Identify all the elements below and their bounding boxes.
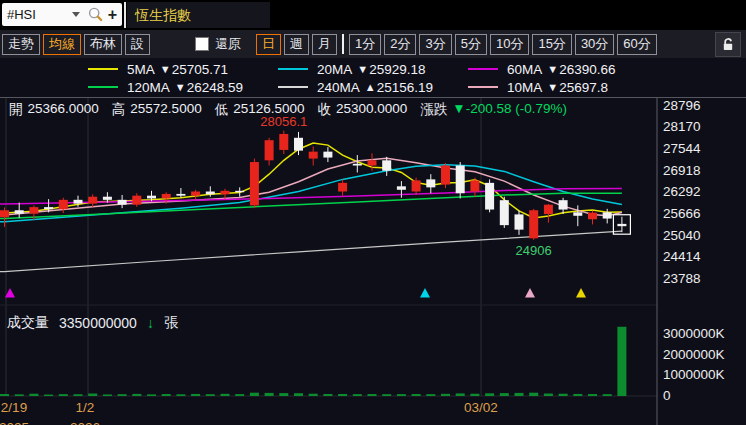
minute-button-5[interactable]: 15分 <box>532 34 571 55</box>
volume-bar <box>500 393 509 396</box>
symbol-combo[interactable]: #HSI + <box>2 3 122 26</box>
date-label: 2/19 <box>1 400 27 415</box>
legend-swatch <box>468 68 498 70</box>
price-axis-label: 28796 <box>663 98 701 113</box>
candle <box>294 138 303 151</box>
minute-button-6[interactable]: 30分 <box>575 34 614 55</box>
candle <box>74 200 83 204</box>
legend-item-20ma: 20MA▼25929.18 <box>278 61 425 77</box>
candle <box>88 197 97 204</box>
period-button-1[interactable]: 週 <box>284 34 309 55</box>
candle <box>529 210 538 238</box>
legend-value: 25705.71 <box>172 62 228 77</box>
candle <box>603 212 612 218</box>
price-axis-label: 24414 <box>663 249 701 264</box>
tab-divider <box>124 2 126 28</box>
volume-bar <box>250 393 259 396</box>
volume-bar <box>588 394 597 396</box>
volume-bar <box>412 394 421 396</box>
minute-button-3[interactable]: 5分 <box>455 34 487 55</box>
volume-bar <box>559 394 568 396</box>
candle <box>15 210 24 213</box>
mode-button-0[interactable]: 走勢 <box>2 34 40 55</box>
date-label: 03/02 <box>464 400 498 415</box>
candle <box>470 180 479 191</box>
candle <box>353 164 362 166</box>
price-axis-label: 28170 <box>663 119 701 134</box>
volume-bar <box>470 394 479 396</box>
candle <box>59 200 68 209</box>
minute-button-7[interactable]: 60分 <box>617 34 656 55</box>
period-button-0[interactable]: 日 <box>256 34 281 55</box>
candle <box>544 205 553 214</box>
candle <box>309 152 318 159</box>
volume-bar <box>338 394 347 396</box>
add-symbol-button[interactable]: + <box>108 7 117 23</box>
candle <box>265 140 274 160</box>
year-label: 2025 <box>0 420 29 425</box>
down-triangle-icon: ▼ <box>160 63 171 75</box>
mode-button-group: 走勢均線布林設 <box>2 34 153 55</box>
legend-swatch <box>88 68 118 70</box>
legend-name: 240MA <box>317 80 360 95</box>
symbol-input[interactable]: #HSI <box>7 7 72 22</box>
restore-checkbox[interactable] <box>195 37 209 51</box>
marker-triangle <box>525 288 535 298</box>
candle <box>441 166 450 185</box>
candle <box>44 207 53 209</box>
ma-legend: 5MA▼25705.7120MA▼25929.1860MA▼26390.6612… <box>0 58 746 97</box>
legend-value: 25156.19 <box>377 80 433 95</box>
minute-button-4[interactable]: 10分 <box>490 34 529 55</box>
top-bar: #HSI + 恆生指數 <box>0 0 746 30</box>
candle <box>176 194 185 196</box>
lock-icon <box>720 36 736 52</box>
candle <box>500 200 509 225</box>
candle <box>206 192 215 195</box>
volume-bar <box>103 394 112 396</box>
tab-label: 恆生指數 <box>135 7 191 23</box>
minute-button-1[interactable]: 2分 <box>384 34 416 55</box>
legend-swatch <box>278 86 308 88</box>
volume-bar <box>162 394 171 396</box>
candle <box>0 210 9 217</box>
price-axis-label: 26292 <box>663 184 701 199</box>
candle <box>368 160 377 165</box>
candle <box>573 212 582 215</box>
search-icon[interactable] <box>87 6 104 23</box>
volume-bar <box>323 394 332 396</box>
candle <box>588 213 597 220</box>
candle <box>426 179 435 187</box>
candle <box>162 194 171 199</box>
minute-button-2[interactable]: 3分 <box>419 34 451 55</box>
lock-button[interactable] <box>715 32 741 57</box>
volume-bar <box>59 394 68 396</box>
down-triangle-icon: ▼ <box>547 63 558 75</box>
tab-hsi[interactable]: 恆生指數 <box>127 2 270 28</box>
legend-item-120ma: 120MA▼26248.59 <box>88 79 243 95</box>
volume-axis-label: 0 <box>663 388 671 403</box>
volume-bar <box>368 394 377 396</box>
down-triangle-icon: ▼ <box>357 63 368 75</box>
legend-name: 60MA <box>507 62 542 77</box>
volume-bar <box>456 393 465 396</box>
mode-button-1[interactable]: 均線 <box>43 34 81 55</box>
candlestick-chart[interactable]: 28056.1249062879628170275442691826292256… <box>0 98 746 425</box>
period-button-group: 日週月 <box>256 34 340 55</box>
high-annotation: 28056.1 <box>260 114 307 129</box>
volume-axis-label: 2000000K <box>663 347 725 362</box>
mode-button-3[interactable]: 設 <box>125 34 150 55</box>
candle <box>559 200 568 209</box>
period-button-2[interactable]: 月 <box>312 34 337 55</box>
legend-item-10ma: 10MA▼25697.8 <box>468 79 608 95</box>
price-axis-label: 27544 <box>663 141 701 156</box>
minute-button-0[interactable]: 1分 <box>349 34 381 55</box>
volume-bar <box>617 327 626 396</box>
chevron-down-icon[interactable] <box>72 12 80 17</box>
legend-value: 25697.8 <box>559 80 608 95</box>
candle <box>147 196 156 199</box>
mode-button-2[interactable]: 布林 <box>84 34 122 55</box>
legend-swatch <box>278 68 308 70</box>
down-triangle-icon: ▼ <box>547 81 558 93</box>
volume-bar <box>15 394 24 396</box>
volume-bar <box>235 394 244 396</box>
